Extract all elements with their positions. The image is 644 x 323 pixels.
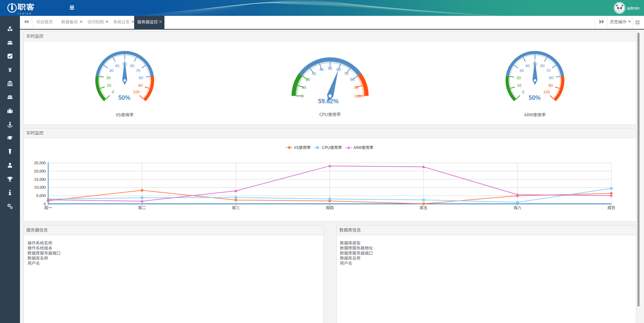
svg-text:30: 30 xyxy=(109,69,114,73)
svg-text:0: 0 xyxy=(301,94,303,98)
svg-text:10,000: 10,000 xyxy=(34,185,46,189)
svg-text:50%: 50% xyxy=(118,94,130,101)
svg-text:IZHIKE: IZHIKE xyxy=(18,12,32,15)
svg-text:10: 10 xyxy=(302,85,306,90)
svg-text:5,000: 5,000 xyxy=(36,194,46,198)
svg-text:90: 90 xyxy=(354,85,358,90)
svg-text:0: 0 xyxy=(44,202,46,206)
svg-text:60: 60 xyxy=(336,67,341,72)
svg-text:50%: 50% xyxy=(528,94,540,101)
svg-text:60: 60 xyxy=(130,64,135,68)
svg-text:70: 70 xyxy=(344,72,348,76)
svg-text:¥: ¥ xyxy=(8,67,12,73)
svg-text:100: 100 xyxy=(354,94,361,98)
svg-text:10: 10 xyxy=(517,83,522,87)
svg-text:70: 70 xyxy=(546,69,550,73)
svg-text:40: 40 xyxy=(525,64,530,68)
svg-text:20: 20 xyxy=(305,77,310,82)
svg-text:10: 10 xyxy=(107,83,111,87)
svg-text:90: 90 xyxy=(138,83,143,87)
svg-text:40: 40 xyxy=(319,67,324,72)
svg-text:59.62%: 59.62% xyxy=(318,98,339,105)
svg-text:0: 0 xyxy=(522,90,524,94)
svg-text:100: 100 xyxy=(543,90,550,94)
svg-text:80: 80 xyxy=(549,76,554,80)
svg-text:30: 30 xyxy=(519,69,524,73)
svg-text:80: 80 xyxy=(350,77,355,82)
svg-text:20: 20 xyxy=(106,76,111,80)
svg-text:50: 50 xyxy=(328,66,332,71)
svg-text:20,000: 20,000 xyxy=(34,169,46,173)
svg-text:100: 100 xyxy=(133,90,140,94)
svg-text:70: 70 xyxy=(136,69,140,73)
svg-text:60: 60 xyxy=(540,64,545,68)
svg-text:80: 80 xyxy=(139,76,143,80)
svg-text:40: 40 xyxy=(115,64,119,68)
svg-text:25,000: 25,000 xyxy=(34,161,46,165)
svg-text:0: 0 xyxy=(112,90,114,94)
svg-text:30: 30 xyxy=(312,72,316,76)
svg-text:20: 20 xyxy=(516,76,521,80)
svg-text:90: 90 xyxy=(548,83,553,87)
svg-text:15,000: 15,000 xyxy=(34,177,46,181)
